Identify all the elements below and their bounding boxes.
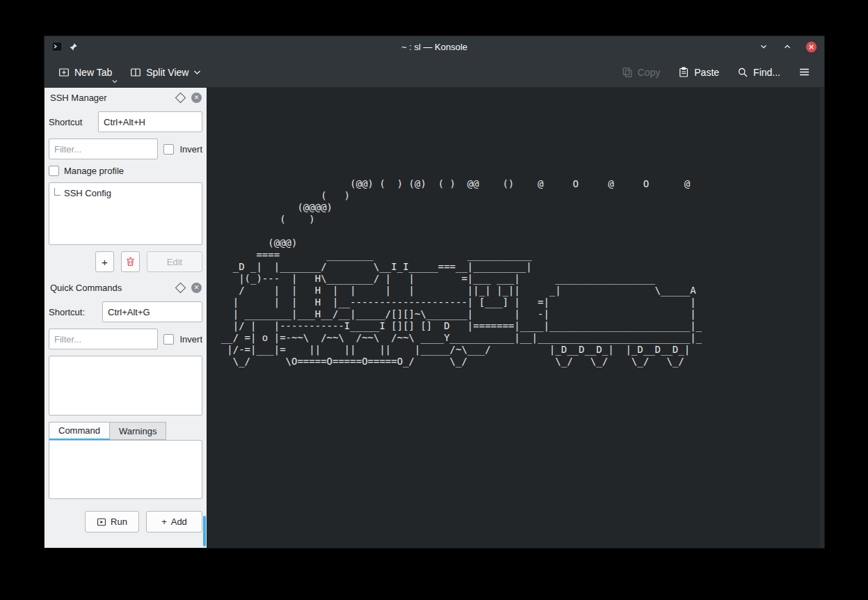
manage-profile-checkbox[interactable] [49, 166, 59, 176]
run-icon [97, 517, 106, 527]
new-tab-menu-caret[interactable] [112, 79, 118, 84]
add-label: Add [171, 516, 187, 527]
ssh-invert-checkbox[interactable] [163, 144, 174, 155]
quick-commands-panel: Quick Commands ✕ Shortcut: Invert [45, 278, 207, 538]
ssh-filter-input[interactable] [49, 139, 158, 159]
split-view-icon [130, 67, 141, 78]
qc-tab-bar: Command Warnings [49, 422, 202, 440]
window-title: ~ : sl — Konsole [204, 42, 664, 52]
find-button[interactable]: Find... [732, 62, 786, 83]
desktop-background: ~ : sl — Konsole [0, 0, 868, 600]
list-item[interactable]: SSH Config [49, 183, 202, 198]
toolbar: New Tab Split View [45, 57, 824, 88]
terminal-display[interactable]: (@@) ( ) (@) ( ) @@ () @ O @ O @ ( ) (@@… [207, 88, 824, 548]
paste-icon [678, 67, 689, 78]
tab-command[interactable]: Command [49, 422, 110, 440]
new-tab-label: New Tab [74, 67, 112, 78]
tree-branch-icon [54, 188, 61, 196]
add-ssh-button[interactable]: + [95, 251, 114, 272]
titlebar[interactable]: ~ : sl — Konsole [45, 36, 824, 57]
run-button[interactable]: Run [85, 511, 139, 532]
copy-label: Copy [638, 67, 661, 78]
close-button[interactable] [805, 40, 817, 53]
find-label: Find... [753, 67, 780, 78]
split-view-label: Split View [146, 67, 188, 78]
minimize-button[interactable] [757, 40, 770, 53]
konsole-window: ~ : sl — Konsole [45, 36, 824, 548]
search-icon [737, 67, 748, 78]
sidebar: SSH Manager ✕ Shortcut Invert [45, 88, 207, 548]
pin-icon[interactable] [69, 42, 78, 52]
ssh-manager-title: SSH Manager [50, 93, 170, 103]
new-tab-button[interactable]: New Tab [53, 62, 118, 83]
konsole-app-icon [51, 41, 63, 52]
trash-icon [126, 257, 135, 267]
add-command-button[interactable]: + Add [146, 511, 202, 532]
close-panel-icon[interactable]: ✕ [191, 283, 202, 293]
paste-label: Paste [694, 67, 719, 78]
command-editor[interactable] [49, 440, 202, 499]
new-tab-icon [58, 67, 70, 78]
chevron-down-icon [193, 70, 201, 75]
tab-warnings[interactable]: Warnings [110, 422, 166, 440]
split-view-button[interactable]: Split View [124, 62, 207, 83]
qc-invert-checkbox[interactable] [163, 334, 174, 345]
qc-command-list[interactable] [49, 356, 202, 416]
qc-shortcut-label: Shortcut: [49, 307, 85, 317]
qc-shortcut-input[interactable] [102, 301, 202, 322]
tree-item-label: SSH Config [64, 188, 111, 198]
qc-filter-input[interactable] [49, 329, 158, 349]
quick-commands-title: Quick Commands [50, 283, 170, 293]
delete-ssh-button[interactable] [121, 251, 140, 272]
titlebar-left [51, 41, 204, 52]
ssh-shortcut-input[interactable] [98, 111, 202, 132]
close-panel-icon[interactable]: ✕ [191, 93, 202, 103]
ssh-manager-panel: SSH Manager ✕ Shortcut Invert [45, 88, 207, 278]
window-content: SSH Manager ✕ Shortcut Invert [45, 88, 824, 548]
titlebar-right [664, 40, 817, 53]
float-panel-icon[interactable] [175, 282, 186, 293]
copy-icon [622, 67, 633, 78]
ssh-manager-body: Shortcut Invert Manage profile [45, 107, 207, 278]
ascii-train-art: (@@) ( ) (@) ( ) @@ () @ O @ O @ ( ) (@@… [207, 88, 824, 368]
ssh-shortcut-label: Shortcut [49, 117, 82, 127]
maximize-button[interactable] [781, 40, 794, 53]
float-panel-icon[interactable] [175, 92, 186, 103]
edit-ssh-button[interactable]: Edit [147, 251, 202, 272]
paste-button[interactable]: Paste [673, 62, 725, 83]
plus-icon: + [102, 256, 108, 268]
copy-button[interactable]: Copy [616, 62, 666, 83]
ssh-manager-header[interactable]: SSH Manager ✕ [45, 88, 207, 107]
menu-button[interactable] [793, 61, 816, 83]
qc-invert-label: Invert [179, 334, 202, 345]
run-label: Run [111, 516, 127, 527]
terminal-scrollbar[interactable] [820, 88, 824, 548]
sidebar-scrollbar-thumb[interactable] [203, 516, 206, 546]
quick-commands-body: Shortcut: Invert Command Warnings [45, 297, 207, 538]
ssh-invert-label: Invert [179, 144, 202, 155]
quick-commands-header[interactable]: Quick Commands ✕ [45, 278, 207, 297]
manage-profile-label: Manage profile [64, 166, 124, 176]
hamburger-icon [798, 66, 810, 78]
ssh-profile-list[interactable]: SSH Config [49, 182, 202, 245]
plus-icon: + [161, 516, 167, 527]
